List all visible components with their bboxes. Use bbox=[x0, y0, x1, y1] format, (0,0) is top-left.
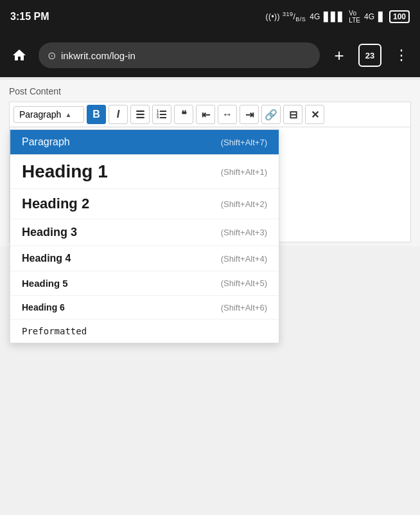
dropdown-shortcut-h2: (Shift+Alt+2) bbox=[221, 199, 267, 209]
browser-menu-button[interactable]: ⋮ bbox=[389, 44, 412, 67]
strikethrough-button[interactable]: ⊟ bbox=[283, 105, 302, 124]
vo-lte: VoLTE bbox=[349, 10, 360, 24]
align-left-button[interactable]: ⇤ bbox=[196, 105, 215, 124]
svg-rect-1 bbox=[160, 114, 166, 115]
dropdown-label-h5: Heading 5 bbox=[22, 278, 68, 289]
battery-display: 100 bbox=[389, 10, 410, 23]
align-center-button[interactable]: ↔ bbox=[218, 105, 237, 124]
link-button[interactable]: 🔗 bbox=[261, 105, 281, 124]
time-display: 3:15 PM bbox=[10, 11, 49, 23]
align-right-button[interactable]: ⇥ bbox=[240, 105, 259, 124]
dropdown-item-h2[interactable]: Heading 2(Shift+Alt+2) bbox=[10, 189, 279, 219]
editor-toolbar: Paragraph ▲ B I ☰ 1. 2. 3. ❝ ⇤ ↔ ⇥ 🔗 ⊟ ✕ bbox=[9, 102, 411, 127]
svg-rect-0 bbox=[160, 111, 166, 112]
status-bar: 3:15 PM ((•)) 319/B/S 4G ▋▋▋ VoLTE 4G ▋ … bbox=[0, 0, 420, 33]
status-icons: ((•)) 319/B/S 4G ▋▋▋ VoLTE 4G ▋ 100 bbox=[265, 10, 410, 24]
address-icon: ⊙ bbox=[48, 50, 56, 62]
tabs-button[interactable]: 23 bbox=[358, 44, 381, 67]
dropdown-item-h6[interactable]: Heading 6(Shift+Alt+6) bbox=[10, 296, 279, 320]
blockquote-button[interactable]: ❝ bbox=[174, 105, 193, 124]
add-tab-button[interactable]: + bbox=[328, 44, 351, 67]
post-content-area: Post Content Paragraph ▲ B I ☰ 1. 2. 3. … bbox=[0, 80, 420, 246]
post-content-label: Post Content bbox=[9, 86, 411, 96]
dropdown-label-h4: Heading 4 bbox=[22, 253, 71, 264]
bold-button[interactable]: B bbox=[87, 105, 106, 124]
paragraph-select[interactable]: Paragraph ▲ bbox=[13, 106, 84, 123]
dropdown-item-h1[interactable]: Heading 1(Shift+Alt+1) bbox=[10, 155, 279, 189]
browser-chrome: ⊙ inkwrit.com/log-in + 23 ⋮ bbox=[0, 33, 420, 77]
dropdown-shortcut-h3: (Shift+Alt+3) bbox=[221, 228, 267, 237]
dropdown-label-paragraph: Paragraph bbox=[22, 136, 70, 148]
dropdown-shortcut-paragraph: (Shift+Alt+7) bbox=[221, 138, 267, 147]
dropdown-shortcut-h5: (Shift+Alt+5) bbox=[221, 278, 267, 288]
dropdown-label-h3: Heading 3 bbox=[22, 226, 77, 239]
italic-button[interactable]: I bbox=[109, 105, 128, 124]
dropdown-item-h4[interactable]: Heading 4(Shift+Alt+4) bbox=[10, 246, 279, 271]
unordered-list-button[interactable]: ☰ bbox=[130, 105, 150, 124]
dropdown-item-h5[interactable]: Heading 5(Shift+Alt+5) bbox=[10, 271, 279, 296]
dropdown-item-pre[interactable]: Preformatted bbox=[10, 320, 279, 343]
ordered-list-button[interactable]: 1. 2. 3. bbox=[152, 105, 171, 124]
dropdown-shortcut-h4: (Shift+Alt+4) bbox=[221, 254, 267, 264]
dropdown-shortcut-h6: (Shift+Alt+6) bbox=[221, 303, 267, 312]
lte-4g: 4G bbox=[364, 12, 374, 21]
signal-bars-2: ▋ bbox=[378, 12, 385, 22]
dropdown-item-h3[interactable]: Heading 3(Shift+Alt+3) bbox=[10, 219, 279, 246]
dropdown-shortcut-h1: (Shift+Alt+1) bbox=[221, 167, 267, 177]
home-button[interactable] bbox=[8, 44, 31, 67]
dropdown-label-h6: Heading 6 bbox=[22, 302, 65, 312]
signal-bars: ▋▋▋ bbox=[324, 12, 345, 22]
address-bar[interactable]: ⊙ inkwrit.com/log-in bbox=[39, 42, 320, 68]
dropdown-label-h2: Heading 2 bbox=[22, 195, 89, 212]
signal-text: ((•)) 319/B/S bbox=[265, 11, 306, 23]
paragraph-select-label: Paragraph bbox=[19, 109, 61, 120]
dropdown-label-pre: Preformatted bbox=[22, 326, 87, 336]
close-button[interactable]: ✕ bbox=[305, 105, 324, 124]
svg-rect-2 bbox=[160, 117, 166, 118]
network-4g: 4G bbox=[310, 12, 320, 21]
svg-text:3.: 3. bbox=[157, 115, 160, 119]
url-text: inkwrit.com/log-in bbox=[61, 50, 136, 61]
dropdown-arrow-icon: ▲ bbox=[65, 111, 71, 118]
paragraph-dropdown-menu: Paragraph(Shift+Alt+7)Heading 1(Shift+Al… bbox=[10, 129, 279, 343]
dropdown-label-h1: Heading 1 bbox=[22, 161, 108, 182]
dropdown-item-paragraph[interactable]: Paragraph(Shift+Alt+7) bbox=[10, 130, 279, 155]
